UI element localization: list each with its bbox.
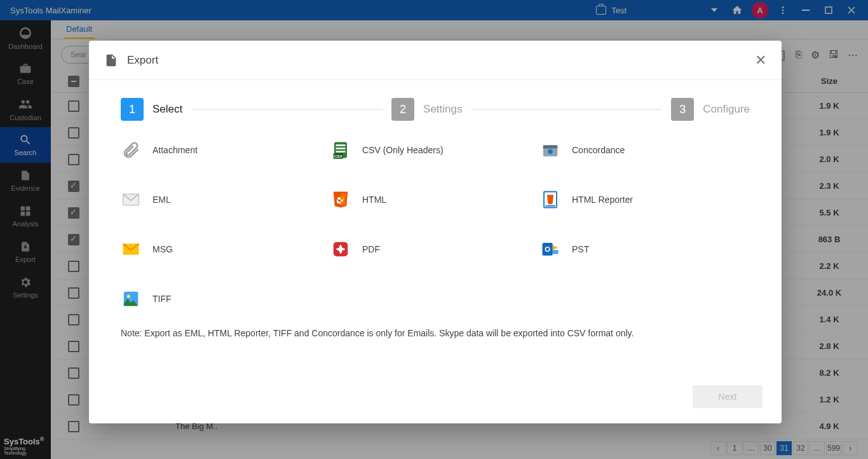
option-label: TIFF (153, 294, 172, 304)
svg-rect-21 (553, 250, 559, 254)
step-label: Configure (703, 103, 750, 116)
close-icon[interactable]: ✕ (755, 52, 766, 69)
step-badge: 3 (671, 98, 694, 121)
pdf-icon (330, 239, 351, 259)
export-option-msg[interactable]: MSG (121, 239, 330, 259)
export-note: Note: Export as EML, HTML Reporter, TIFF… (89, 322, 782, 345)
option-label: HTML (362, 195, 386, 205)
svg-rect-7 (336, 147, 346, 149)
option-label: PDF (362, 244, 380, 254)
step-label: Select (153, 103, 182, 116)
step-label: Settings (423, 103, 462, 116)
export-option-html_reporter[interactable]: HTML Reporter (540, 189, 750, 210)
svg-rect-16 (546, 205, 555, 207)
svg-rect-12 (543, 146, 558, 149)
export-option-concordance[interactable]: Concordance (540, 140, 750, 160)
next-button[interactable]: Next (693, 385, 763, 408)
export-options: AttachmentCSVCSV (Only Headers)Concordan… (89, 127, 782, 322)
svg-rect-6 (336, 144, 346, 146)
tiff-icon (121, 289, 141, 309)
stepper: 1Select2Settings3Configure (89, 80, 782, 127)
export-option-pst[interactable]: OPST (540, 239, 750, 259)
export-option-attachment[interactable]: Attachment (121, 140, 330, 160)
option-label: MSG (153, 244, 173, 254)
svg-rect-8 (336, 151, 346, 153)
attachment-icon (121, 140, 141, 160)
step-badge: 1 (121, 98, 144, 121)
msg-icon (121, 239, 141, 259)
pst-icon: O (540, 239, 560, 259)
svg-text:O: O (545, 245, 550, 253)
option-label: PST (572, 244, 589, 254)
option-label: Concordance (572, 145, 625, 155)
eml-icon (121, 189, 141, 210)
export-option-eml[interactable]: EML (121, 189, 330, 210)
option-label: EML (153, 195, 171, 205)
svg-point-23 (127, 295, 130, 298)
modal-header: Export ✕ (89, 41, 782, 80)
option-label: HTML Reporter (572, 195, 633, 205)
export-option-csv[interactable]: CSVCSV (Only Headers) (330, 140, 540, 160)
html-icon (330, 189, 351, 210)
file-icon (104, 53, 118, 67)
csv-icon: CSV (330, 140, 351, 160)
export-option-pdf[interactable]: PDF (330, 239, 540, 259)
modal-title: Export (127, 54, 158, 67)
option-label: Attachment (153, 145, 198, 155)
svg-point-13 (548, 149, 553, 154)
step-badge: 2 (391, 98, 414, 121)
svg-text:CSV: CSV (334, 154, 343, 158)
concordance-icon (540, 140, 560, 160)
html_reporter-icon (540, 189, 560, 210)
export-option-tiff[interactable]: TIFF (121, 289, 330, 309)
export-modal: Export ✕ 1Select2Settings3Configure Atta… (89, 41, 782, 423)
option-label: CSV (Only Headers) (362, 145, 444, 155)
export-option-html[interactable]: HTML (330, 189, 540, 210)
